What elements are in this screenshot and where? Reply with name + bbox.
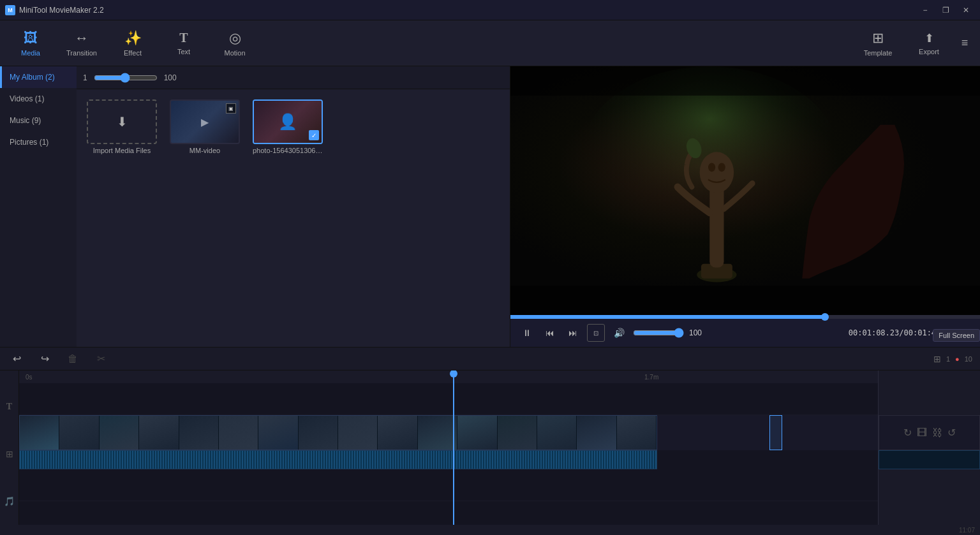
track-ruler: 0s 1.7m (19, 370, 878, 383)
redo-button[interactable]: ↪ (36, 350, 54, 368)
toolbar-text[interactable]: T Text (158, 22, 209, 65)
svg-rect-9 (510, 66, 980, 96)
import-media-item[interactable]: ⬇ Import Media Files (87, 99, 157, 154)
film-cell (418, 416, 457, 450)
timeline-value: 10 (965, 355, 972, 363)
film-cell (617, 416, 657, 450)
link-icon[interactable]: ⛓ (932, 427, 942, 439)
effect-icon: ✨ (124, 30, 142, 47)
sidebar-item-pictures[interactable]: Pictures (1) (0, 131, 77, 153)
timeline-tracks: 0s 1.7m (19, 370, 878, 525)
left-panel: My Album (2) Videos (1) Music (9) Pictur… (0, 66, 510, 347)
main-content: My Album (2) Videos (1) Music (9) Pictur… (0, 66, 980, 347)
ruler-mark-17m: 1.7m (644, 374, 658, 381)
zoom-slider[interactable] (94, 73, 158, 83)
mm-video-thumb[interactable]: ▣ (170, 99, 240, 144)
progress-handle[interactable] (821, 313, 829, 321)
movie-scene (510, 66, 980, 315)
media-label: Media (21, 49, 40, 57)
media-item-photo[interactable]: 👤 ✓ photo-15643051306565... (253, 99, 323, 154)
film-cell (219, 416, 258, 450)
text-track (19, 383, 878, 415)
pause-button[interactable]: ⏸ (518, 324, 536, 342)
mm-video-label: MM-video (189, 147, 220, 154)
close-button[interactable]: ✕ (957, 4, 975, 17)
preview-video (510, 66, 980, 315)
app-icon: M (5, 5, 15, 15)
next-frame-button[interactable]: ⏭ (564, 324, 582, 342)
audio-track-right (879, 450, 980, 469)
current-time: 00:01:08.23 (849, 328, 899, 337)
title-bar: M MiniTool MovieMaker 2.2 − ❐ ✕ (0, 0, 980, 20)
film-icon[interactable]: 🎞 (917, 427, 927, 439)
filmstrip (19, 415, 657, 450)
video-thumbnail: ▣ (171, 101, 239, 143)
film-cell (299, 416, 338, 450)
rotate-icon[interactable]: ↻ (903, 427, 912, 439)
sidebar-item-my-album[interactable]: My Album (2) (0, 66, 77, 88)
svg-rect-4 (709, 184, 724, 268)
sidebar-item-music[interactable]: Music (9) (0, 110, 77, 131)
toolbar-motion[interactable]: ◎ Motion (209, 22, 260, 65)
sidebar-item-videos[interactable]: Videos (1) (0, 88, 77, 110)
prev-frame-button[interactable]: ⏮ (541, 324, 559, 342)
toolbar-template[interactable]: ⊞ Template (852, 22, 903, 65)
toolbar-transition[interactable]: ↔ Transition (56, 22, 107, 65)
film-cell (338, 416, 378, 450)
media-top: My Album (2) Videos (1) Music (9) Pictur… (0, 66, 510, 347)
template-icon: ⊞ (872, 30, 884, 47)
toolbar-effect[interactable]: ✨ Effect (107, 22, 158, 65)
film-cell (577, 416, 616, 450)
text-track-icon: T (6, 402, 12, 412)
slider-value: 100 (164, 73, 177, 82)
preview-controls: ⏸ ⏮ ⏭ ⊡ 🔊 100 00:01:08.23/00:01:43.00 ⤢ (510, 319, 980, 347)
text-icon: T (179, 31, 188, 45)
preview-progress[interactable] (510, 315, 980, 319)
split-button[interactable]: ✂ (92, 350, 110, 368)
svg-point-5 (700, 152, 734, 193)
undo-button[interactable]: ↩ (8, 350, 26, 368)
waveform (20, 451, 657, 469)
photo-label: photo-15643051306565... (253, 147, 323, 154)
effect-label: Effect (124, 49, 142, 57)
import-icon: ⬇ (117, 114, 128, 129)
photo-thumb[interactable]: 👤 ✓ (253, 99, 323, 144)
sidebar: My Album (2) Videos (1) Music (9) Pictur… (0, 66, 77, 347)
svg-point-7 (718, 163, 725, 172)
timeline-info: ⊞ 1 ● 10 (933, 354, 972, 364)
playhead[interactable] (453, 370, 454, 525)
text-label: Text (177, 48, 190, 55)
volume-slider[interactable] (633, 328, 684, 338)
crop-button[interactable]: ⊡ (587, 324, 605, 342)
toolbar-menu-button[interactable]: ≡ (954, 22, 975, 65)
fullscreen-expand-icon[interactable]: ⤢ (965, 328, 972, 338)
right-panel: ⏸ ⏮ ⏭ ⊡ 🔊 100 00:01:08.23/00:01:43.00 ⤢ … (510, 66, 980, 347)
music-track (19, 469, 878, 501)
media-item-mm-video[interactable]: ▣ MM-video (170, 99, 240, 154)
video-track (19, 415, 878, 450)
film-cell (537, 416, 577, 450)
delete-button[interactable]: 🗑 (64, 350, 82, 368)
template-label: Template (864, 49, 893, 57)
film-cell (378, 416, 417, 450)
film-cell (498, 416, 537, 450)
maximize-button[interactable]: ❐ (937, 4, 954, 17)
volume-button[interactable]: 🔊 (610, 324, 628, 342)
media-icon: 🖼 (24, 30, 38, 47)
repeat-icon[interactable]: ↺ (947, 427, 956, 439)
film-cell (100, 416, 139, 450)
film-cell (139, 416, 179, 450)
minimize-button[interactable]: − (916, 4, 934, 17)
toolbar-media[interactable]: 🖼 Media (5, 22, 56, 65)
film-cell (457, 416, 497, 450)
clip-marker (769, 415, 782, 450)
dot-indicator: ● (955, 355, 960, 363)
transition-icon: ↔ (75, 30, 89, 47)
timeline-toolbar: ↩ ↪ 🗑 ✂ ⊞ 1 ● 10 (0, 348, 980, 370)
video-indicator: ▣ (226, 103, 236, 114)
time-display: 00:01:08.23/00:01:43.00 (849, 328, 954, 337)
volume-value: 100 (689, 328, 702, 337)
track-labels: T ⊞ 🎵 (0, 370, 19, 525)
import-button[interactable]: ⬇ (87, 99, 157, 144)
toolbar-export[interactable]: ⬆ Export (903, 22, 954, 65)
